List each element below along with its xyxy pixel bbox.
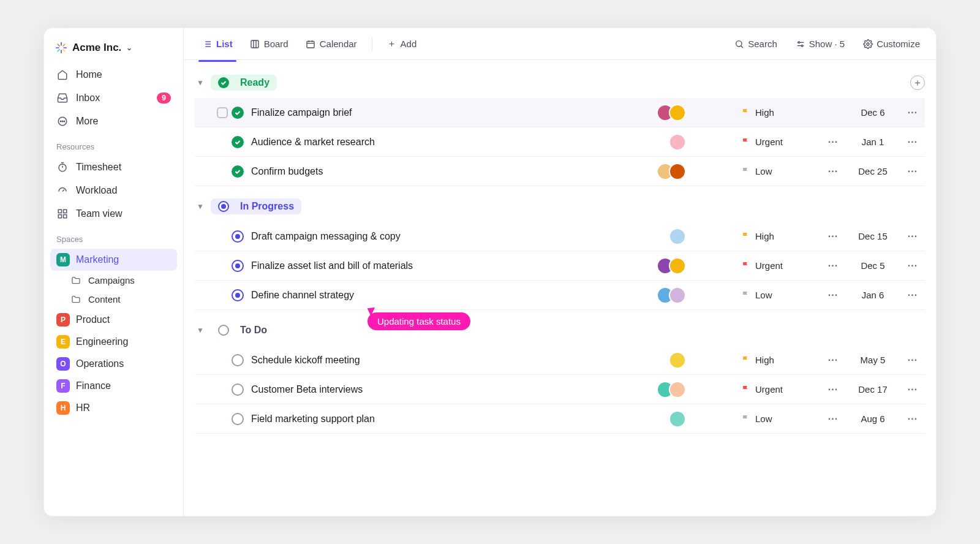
- row-menu[interactable]: ···: [900, 260, 925, 271]
- avatar[interactable]: [669, 257, 686, 274]
- avatar[interactable]: [669, 228, 686, 245]
- task-row[interactable]: Finalize campaign brief High Dec 6 ···: [195, 98, 925, 127]
- add-view-button[interactable]: ＋ Add: [380, 33, 424, 55]
- due-date[interactable]: Aug 6: [845, 414, 900, 424]
- view-tab-list[interactable]: List: [195, 34, 240, 54]
- status-ready-icon[interactable]: [232, 107, 244, 119]
- status-progress-icon[interactable]: [232, 289, 244, 301]
- due-date[interactable]: Dec 6: [845, 107, 900, 118]
- add-task-button[interactable]: ＋: [910, 75, 925, 90]
- folder-item[interactable]: Content: [50, 290, 177, 309]
- task-row[interactable]: Confirm budgets Low ··· Dec 25 ···: [195, 157, 925, 186]
- priority-cell[interactable]: High: [741, 355, 821, 365]
- due-date[interactable]: Jan 1: [845, 137, 900, 147]
- priority-cell[interactable]: Urgent: [741, 137, 821, 147]
- row-menu[interactable]: ···: [900, 107, 925, 118]
- task-options[interactable]: ···: [821, 166, 845, 177]
- priority-cell[interactable]: Low: [741, 166, 821, 176]
- due-date[interactable]: Dec 5: [845, 260, 900, 271]
- space-item-hr[interactable]: HHR: [50, 397, 177, 419]
- due-date[interactable]: Dec 25: [845, 166, 900, 176]
- row-menu[interactable]: ···: [900, 137, 925, 148]
- status-progress-icon[interactable]: [232, 260, 244, 272]
- view-tab-calendar[interactable]: Calendar: [298, 34, 364, 54]
- toolbar-label: Search: [748, 39, 777, 49]
- space-item-finance[interactable]: FFinance: [50, 375, 177, 397]
- priority-cell[interactable]: Low: [741, 290, 821, 300]
- due-date[interactable]: Dec 17: [845, 384, 900, 395]
- task-row[interactable]: Customer Beta interviews Urgent ··· Dec …: [195, 375, 925, 404]
- row-menu[interactable]: ···: [900, 414, 925, 425]
- row-menu[interactable]: ···: [900, 355, 925, 366]
- due-date[interactable]: Jan 6: [845, 290, 900, 300]
- row-menu[interactable]: ···: [900, 166, 925, 177]
- workspace-switcher[interactable]: Acme Inc. ⌄: [50, 37, 177, 62]
- svg-rect-17: [64, 210, 67, 213]
- task-row[interactable]: Finalize asset list and bill of material…: [195, 251, 925, 281]
- priority-cell[interactable]: Low: [741, 414, 821, 424]
- customize-button[interactable]: Customize: [858, 35, 925, 53]
- row-menu[interactable]: ···: [900, 231, 925, 242]
- svg-point-38: [801, 45, 803, 47]
- task-options[interactable]: ···: [821, 290, 845, 301]
- space-item-engineering[interactable]: EEngineering: [50, 331, 177, 353]
- collapse-caret-icon[interactable]: ▼: [195, 326, 206, 334]
- avatar[interactable]: [669, 352, 686, 369]
- space-item-product[interactable]: PProduct: [50, 309, 177, 331]
- task-options[interactable]: ···: [821, 355, 845, 366]
- status-progress-icon[interactable]: [232, 230, 244, 243]
- nav-timesheet[interactable]: Timesheet: [50, 156, 177, 178]
- status-pill[interactable]: To Do: [211, 322, 274, 338]
- priority-cell[interactable]: Urgent: [741, 260, 821, 271]
- status-ready-icon[interactable]: [232, 165, 244, 178]
- status-pill[interactable]: In Progress: [211, 198, 301, 214]
- priority-cell[interactable]: Urgent: [741, 384, 821, 395]
- space-item-marketing[interactable]: MMarketing: [50, 249, 177, 271]
- avatar[interactable]: [669, 287, 686, 304]
- status-todo-icon[interactable]: [232, 413, 244, 425]
- nav-inbox[interactable]: Inbox 9: [50, 87, 177, 109]
- avatar[interactable]: [669, 163, 686, 180]
- row-menu[interactable]: ···: [900, 290, 925, 301]
- search-button[interactable]: Search: [729, 35, 782, 53]
- due-date[interactable]: Dec 15: [845, 231, 900, 241]
- task-options[interactable]: ···: [821, 384, 845, 395]
- task-row[interactable]: Field marketing support plan Low ··· Aug…: [195, 404, 925, 434]
- priority-cell[interactable]: High: [741, 231, 821, 241]
- priority-cell[interactable]: High: [741, 107, 821, 118]
- collapse-caret-icon[interactable]: ▼: [195, 78, 206, 87]
- space-item-operations[interactable]: OOperations: [50, 353, 177, 375]
- task-options[interactable]: ···: [821, 137, 845, 148]
- status-todo-icon[interactable]: [232, 354, 244, 366]
- due-date[interactable]: May 5: [845, 355, 900, 365]
- task-options[interactable]: ···: [821, 414, 845, 425]
- nav-more[interactable]: More: [50, 110, 177, 132]
- status-ready-icon[interactable]: [232, 136, 244, 148]
- nav-home[interactable]: Home: [50, 64, 177, 86]
- task-row[interactable]: Define channel strategy Low ··· Jan 6 ··…: [195, 281, 925, 310]
- nav-label: More: [76, 116, 98, 127]
- task-checkbox[interactable]: [217, 107, 228, 118]
- row-menu[interactable]: ···: [900, 384, 925, 395]
- avatar[interactable]: [669, 381, 686, 398]
- collapse-caret-icon[interactable]: ▼: [195, 202, 206, 211]
- status-todo-icon[interactable]: [232, 383, 244, 396]
- view-tab-board[interactable]: Board: [243, 34, 296, 54]
- task-row[interactable]: Draft campaign messaging & copy High ···…: [195, 222, 925, 251]
- task-options[interactable]: ···: [821, 260, 845, 271]
- nav-teamview[interactable]: Team view: [50, 203, 177, 225]
- status-ready-icon: [218, 77, 229, 88]
- status-pill[interactable]: Ready: [211, 75, 277, 91]
- nav-workload[interactable]: Workload: [50, 179, 177, 202]
- avatar[interactable]: [669, 410, 686, 428]
- avatar[interactable]: [669, 134, 686, 151]
- nav-label: Home: [76, 69, 102, 80]
- avatar[interactable]: [669, 104, 686, 121]
- task-name: Customer Beta interviews: [251, 384, 657, 395]
- task-row[interactable]: Audience & market research Urgent ··· Ja…: [195, 127, 925, 157]
- assignees: [669, 410, 686, 428]
- folder-item[interactable]: Campaigns: [50, 271, 177, 290]
- show-columns-button[interactable]: Show · 5: [791, 35, 850, 53]
- task-options[interactable]: ···: [821, 231, 845, 242]
- task-row[interactable]: Schedule kickoff meeting High ··· May 5 …: [195, 346, 925, 375]
